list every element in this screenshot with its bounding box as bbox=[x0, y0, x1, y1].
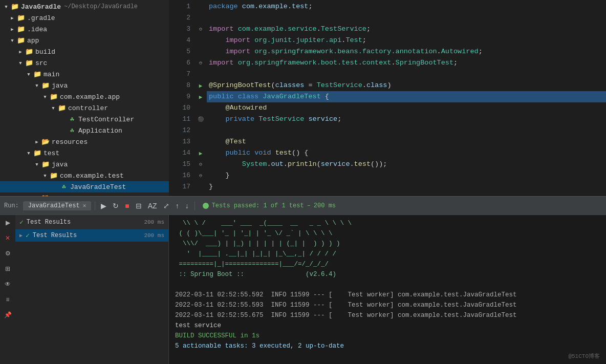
editor: 12345 678910 1112131415 1617 ⊖ ⊖ ▶ ▶ ⚫ ▶ bbox=[169, 0, 606, 196]
main-folder-icon: 📁 bbox=[33, 70, 42, 78]
com-test-folder-icon: 📁 bbox=[49, 172, 58, 180]
gradle-arrow bbox=[8, 15, 16, 21]
console-output[interactable]: \\ \ / ___' ___ _(____ __ _ _ \ \ \ \ ( … bbox=[169, 215, 606, 364]
filter-button[interactable]: ⊟ bbox=[134, 201, 144, 211]
test-item-0-arrow: ▶ bbox=[19, 232, 23, 239]
strip-gear-btn[interactable]: ⚙ bbox=[2, 248, 13, 259]
test-results-time: 200 ms bbox=[144, 219, 164, 225]
strip-grid-btn[interactable]: ⊞ bbox=[2, 263, 13, 274]
sidebar-item-com-example-test[interactable]: 📁 com.example.test bbox=[0, 170, 169, 181]
root-path: ~/Desktop/JavaGradle bbox=[64, 3, 138, 10]
sidebar-item-application[interactable]: ☘ Application bbox=[0, 125, 169, 136]
root-arrow bbox=[2, 4, 10, 10]
spring-art-2: ( ( )\___| '_ | '_| | '_ \/ _` | \ \ \ \ bbox=[175, 228, 600, 239]
sidebar-item-src[interactable]: 📁 src bbox=[0, 57, 169, 69]
idea-folder-icon: 📁 bbox=[16, 25, 26, 33]
gradle-label: .gradle bbox=[27, 14, 55, 22]
spring-art-1: \\ \ / ___' ___ _(____ __ _ _ \ \ \ \ bbox=[175, 218, 600, 228]
test-folder-icon: 📁 bbox=[33, 149, 42, 157]
sidebar-item-java-main[interactable]: 📁 java bbox=[0, 80, 169, 91]
java-test-folder-icon: 📁 bbox=[41, 160, 50, 168]
down-button[interactable]: ↓ bbox=[183, 201, 191, 211]
sidebar-item-java-gradle-test[interactable]: ☘ JavaGradleTest bbox=[0, 181, 169, 192]
jgt-label: JavaGradleTest bbox=[70, 183, 126, 191]
watermark: @51CTO博客 bbox=[568, 352, 600, 360]
app-arrow bbox=[8, 38, 16, 44]
java-test-arrow bbox=[33, 162, 41, 167]
code-line-9: public class JavaGradleTest { bbox=[207, 91, 606, 102]
gutter-1 bbox=[194, 1, 207, 12]
test-duration: 200 ms bbox=[314, 202, 336, 209]
console-log-2: 2022-03-11 02:52:55.593 INFO 11599 --- [… bbox=[175, 300, 600, 310]
code-line-6: import org.springframework.boot.test.con… bbox=[207, 57, 606, 69]
gutter-4 bbox=[194, 35, 207, 46]
up-button[interactable]: ↑ bbox=[174, 201, 181, 211]
sidebar-item-build[interactable]: 📁 build bbox=[0, 46, 169, 57]
line-gutters: ⊖ ⊖ ▶ ▶ ⚫ ▶ ⊖ ⊖ bbox=[194, 0, 207, 196]
code-line-1: package com.example.test; bbox=[207, 1, 606, 12]
console-log-3: 2022-03-11 02:52:55.675 INFO 11599 --- [… bbox=[175, 310, 600, 320]
toolbar-sep-2 bbox=[194, 201, 195, 210]
code-line-14: public void test() { bbox=[207, 147, 606, 159]
code-line-2 bbox=[207, 12, 606, 24]
gradle-folder-icon: 📁 bbox=[16, 14, 26, 22]
gutter-15: ⊖ bbox=[194, 159, 207, 170]
sort-az-button[interactable]: AZ bbox=[146, 201, 159, 211]
strip-eye-btn[interactable]: 👁 bbox=[2, 279, 13, 290]
strip-pin-btn[interactable]: 📌 bbox=[2, 309, 13, 320]
run-toolbar: Run: JavaGradleTest ✕ ▶ ↻ ■ ⊟ AZ ⤢ ↑ ↓ ✓… bbox=[0, 196, 606, 215]
spring-art-3: \\\/ ___) | |_) | | | | | (_| | ) ) ) ) bbox=[175, 239, 600, 249]
code-line-12 bbox=[207, 125, 606, 136]
build-folder-icon: 📁 bbox=[25, 48, 34, 56]
main-area: 📁 JavaGradle ~/Desktop/JavaGradle 📁 .gra… bbox=[0, 0, 606, 196]
sidebar-root[interactable]: 📁 JavaGradle ~/Desktop/JavaGradle bbox=[0, 1, 169, 12]
expand-button[interactable]: ⤢ bbox=[161, 201, 171, 211]
strip-layers-btn[interactable]: ≡ bbox=[2, 294, 13, 305]
sidebar-item-resources-main[interactable]: 📂 resources bbox=[0, 136, 169, 147]
rerun-button[interactable]: ↻ bbox=[111, 201, 121, 211]
application-label: Application bbox=[78, 127, 122, 135]
sidebar-item-controller[interactable]: 📁 controller bbox=[0, 102, 169, 114]
gutter-3: ⊖ bbox=[194, 24, 207, 35]
sidebar-item-gradle[interactable]: 📁 .gradle bbox=[0, 12, 169, 24]
run-tab[interactable]: JavaGradleTest ✕ bbox=[23, 201, 91, 210]
root-label: JavaGradle bbox=[21, 3, 61, 11]
console-log-4: test service bbox=[175, 320, 600, 331]
run-button[interactable]: ▶ bbox=[99, 201, 109, 211]
run-label: Run: bbox=[4, 202, 19, 209]
test-status: ✓ Tests passed: 1 of 1 test – 200 ms bbox=[203, 202, 336, 209]
com-app-label: com.example.app bbox=[60, 93, 120, 101]
sidebar-item-test-folder[interactable]: 📁 test bbox=[0, 147, 169, 159]
run-tab-close[interactable]: ✕ bbox=[83, 202, 86, 209]
sidebar: 📁 JavaGradle ~/Desktop/JavaGradle 📁 .gra… bbox=[0, 0, 169, 196]
stop-button[interactable]: ■ bbox=[123, 201, 131, 211]
build-label: build bbox=[35, 48, 55, 56]
gutter-10 bbox=[194, 102, 207, 114]
resources-main-label: resources bbox=[52, 138, 88, 146]
code-content[interactable]: package com.example.test; import com.exa… bbox=[207, 0, 606, 196]
status-dot: ✓ bbox=[203, 203, 209, 209]
test-item-0[interactable]: ▶ ✓ Test Results 200 ms bbox=[15, 229, 168, 242]
console-blank-1 bbox=[175, 280, 600, 290]
controller-arrow bbox=[49, 105, 57, 111]
test-item-0-time: 200 ms bbox=[144, 232, 164, 239]
console-log-6: 5 actionable tasks: 3 executed, 2 up-to-… bbox=[175, 341, 600, 351]
test-folder-label: test bbox=[44, 149, 59, 157]
idea-label: .idea bbox=[27, 26, 47, 33]
strip-run-btn[interactable]: ▶ bbox=[2, 217, 13, 228]
sidebar-item-app[interactable]: 📁 app bbox=[0, 35, 169, 46]
gutter-12 bbox=[194, 125, 207, 136]
test-item-0-icon: ✓ bbox=[26, 231, 30, 240]
app-label: app bbox=[27, 37, 39, 45]
sidebar-item-idea[interactable]: 📁 .idea bbox=[0, 24, 169, 35]
sidebar-item-java-test[interactable]: 📁 java bbox=[0, 159, 169, 170]
sidebar-item-main[interactable]: 📁 main bbox=[0, 69, 169, 80]
strip-x-btn[interactable]: ✕ bbox=[2, 232, 13, 244]
code-line-8: @SpringBootTest(classes = TestService.cl… bbox=[207, 80, 606, 91]
jgt-icon: ☘ bbox=[59, 183, 69, 191]
application-icon: ☘ bbox=[68, 126, 77, 135]
sidebar-item-resources-test[interactable]: 📂 resources bbox=[0, 192, 169, 196]
test-results-label: Test Results bbox=[27, 219, 71, 226]
sidebar-item-test-controller[interactable]: ☘ TestController bbox=[0, 114, 169, 125]
sidebar-item-com-example-app[interactable]: 📁 com.example.app bbox=[0, 91, 169, 102]
